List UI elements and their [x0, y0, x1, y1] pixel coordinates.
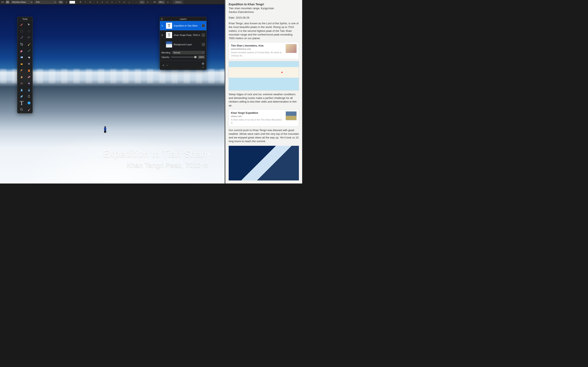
zoom-tool[interactable] [18, 107, 25, 112]
layer-visibility-checkbox[interactable] [202, 43, 205, 46]
layer-row[interactable]: fx T Khan Tengri Peak, 7010 m [160, 30, 207, 40]
valign-middle-icon[interactable]: ✦ [122, 1, 126, 4]
eyedropper-tool[interactable] [26, 42, 32, 47]
paint-bucket-tool[interactable] [26, 55, 32, 60]
pinwheel-tool[interactable] [26, 61, 32, 66]
gradient-tool[interactable] [18, 55, 25, 60]
editor-pane: ⚙▾ •T• Helvetica Neue Thin 62 ▾ B I U ≡ … [0, 0, 225, 184]
align-justify-icon[interactable]: ≡ [110, 1, 114, 4]
text-tool-indicator-icon[interactable]: •T• [6, 1, 9, 4]
align-left-icon[interactable]: ≡ [95, 1, 99, 4]
text-tool[interactable]: T [18, 100, 25, 105]
clone-stamp-tool[interactable] [18, 75, 25, 79]
text-color-swatch[interactable] [69, 1, 75, 4]
align-center-icon[interactable]: ≡ [100, 1, 104, 4]
layer-row[interactable]: Background Layer [160, 40, 207, 49]
note-photo [229, 146, 299, 180]
note-subtitle: Tian shan mountain range, Kyrgyzstan [229, 7, 299, 10]
font-weight-select[interactable]: Thin [34, 1, 57, 4]
link-card[interactable]: Khan Tengri Expedition vimeo.com A short… [229, 109, 299, 126]
layers-panel-title: Layers [164, 18, 202, 20]
styles-button[interactable]: Styles [173, 1, 183, 4]
card-thumbnail [286, 44, 297, 53]
brush-tool[interactable] [18, 22, 25, 27]
link-card[interactable]: Tien Shan | mountains, Asia www.britanni… [229, 42, 299, 59]
valign-top-icon[interactable]: ⊤ [117, 1, 121, 4]
color-picker-tool[interactable] [26, 107, 32, 112]
card-site: www.britannica.com [231, 48, 284, 50]
svg-point-1 [28, 30, 30, 32]
kerning-icon: AV [153, 1, 156, 4]
svg-point-4 [21, 63, 23, 65]
magic-wand-tool[interactable] [18, 35, 25, 40]
layer-thumbnail[interactable]: T [166, 32, 172, 38]
paintbrush-tool[interactable] [18, 68, 25, 73]
svg-rect-0 [21, 30, 23, 33]
kerning-stepper-icon[interactable]: ▾ [166, 1, 170, 4]
italic-button[interactable]: I [84, 1, 87, 4]
canvas-text-line1[interactable]: Expedition to Tian Shan [102, 148, 208, 160]
blending-mode-select[interactable]: Normal [172, 51, 205, 54]
font-size-input[interactable]: 62 [58, 1, 63, 4]
note-title: Expedition to Khan Tengri [229, 2, 299, 7]
align-right-icon[interactable]: ≡ [105, 1, 109, 4]
ellipse-select-tool[interactable] [26, 29, 32, 34]
sparkle-tool[interactable] [26, 81, 32, 86]
droplet-tool[interactable] [26, 68, 32, 73]
sharpen-tool[interactable] [26, 87, 32, 92]
bold-button[interactable]: B [79, 1, 82, 4]
layer-name[interactable]: Background Layer [174, 43, 200, 46]
remove-layer-button[interactable]: − [165, 64, 169, 67]
valign-bottom-icon[interactable]: ⊥ [127, 1, 131, 4]
map-image [229, 61, 299, 91]
layer-thumbnail[interactable]: T [166, 23, 172, 29]
layer-fx-badge[interactable]: fx [162, 25, 164, 27]
arrow-tool[interactable] [26, 22, 32, 27]
layer-options-gear-icon[interactable]: ⚙ [201, 62, 205, 68]
underline-button[interactable]: U [88, 1, 92, 4]
font-family-select[interactable]: Helvetica Neue [11, 1, 33, 4]
notes-pane[interactable]: Expedition to Khan Tengri Tian shan moun… [225, 0, 302, 184]
line-height-input[interactable]: 1 [139, 1, 145, 4]
line-tool[interactable] [26, 48, 32, 53]
rotate-tool[interactable] [26, 94, 32, 99]
note-paragraph: Steep ridges of rock and ice, extreme we… [229, 92, 299, 108]
tools-panel[interactable]: Tools T [17, 17, 33, 113]
bandage-tool[interactable] [26, 75, 32, 79]
note-paragraph: Our summit push to Khan Tengri was bless… [229, 128, 299, 143]
note-date: Date: 2015-09-28 [229, 16, 299, 20]
text-format-toolbar: ⚙▾ •T• Helvetica Neue Thin 62 ▾ B I U ≡ … [0, 0, 225, 4]
lasso-tool[interactable] [26, 35, 32, 40]
layer-visibility-checkbox[interactable] [202, 24, 205, 27]
card-desc: Great mountain system of Central Asia. I… [231, 51, 284, 57]
card-title: Tien Shan | mountains, Asia [231, 44, 284, 48]
layer-name[interactable]: Expedition to Tian Shan [174, 25, 200, 27]
add-layer-button[interactable]: + [162, 64, 165, 67]
shape-tool[interactable] [26, 100, 32, 105]
kerning-input[interactable]: 0% [158, 1, 165, 4]
line-height-icon: ↕ [134, 1, 138, 4]
opacity-slider[interactable] [171, 57, 197, 58]
crop-tool[interactable] [18, 42, 25, 47]
opacity-value[interactable]: 100% [198, 55, 205, 59]
layer-visibility-checkbox[interactable] [202, 34, 205, 36]
canvas-text-layer[interactable]: Expedition to Tian Shan Khan Tengri Peak… [102, 148, 208, 169]
pen-tool[interactable] [18, 94, 25, 99]
close-icon[interactable]: ✕ [160, 18, 164, 20]
font-size-stepper-icon[interactable]: ▾ [65, 1, 68, 4]
card-desc: A short video of my trip to the Tien-Sha… [231, 118, 284, 125]
layers-panel[interactable]: ✕ Layers fx T Expedition to Tian Shan fx… [160, 17, 207, 70]
canvas-text-line2[interactable]: Khan Tengri Peak, 7010 m [102, 161, 208, 169]
red-eye-tool[interactable] [18, 81, 25, 86]
opacity-label: Opacity: [162, 56, 170, 58]
layer-name[interactable]: Khan Tengri Peak, 7010 m [174, 34, 200, 36]
blur-tool[interactable] [18, 87, 25, 92]
gear-icon[interactable]: ⚙▾ [1, 1, 4, 4]
marquee-tool[interactable] [18, 29, 25, 34]
layer-fx-badge[interactable]: fx [162, 34, 164, 36]
eraser-tool[interactable] [18, 48, 25, 53]
smudge-tool[interactable] [18, 61, 25, 66]
layer-row[interactable]: fx T Expedition to Tian Shan [160, 21, 207, 30]
line-height-stepper-icon[interactable]: ▾ [146, 1, 149, 4]
layer-thumbnail[interactable] [166, 42, 172, 48]
